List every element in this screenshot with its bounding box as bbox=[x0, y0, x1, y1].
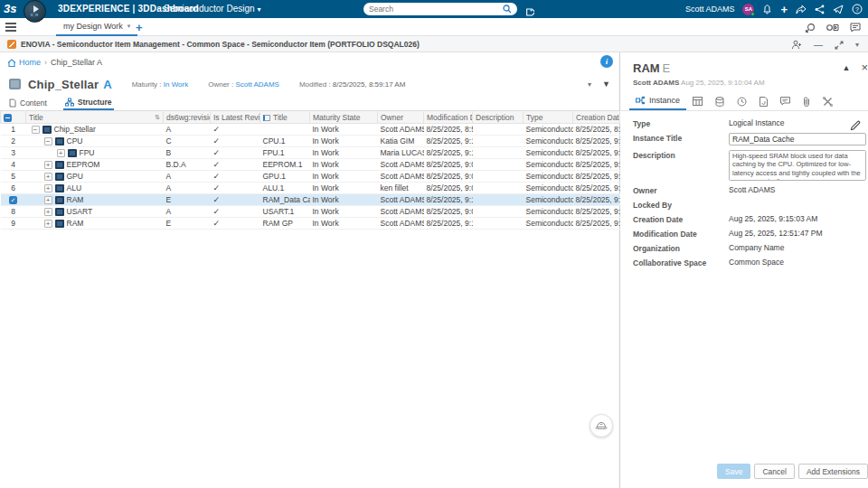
tag-icon[interactable] bbox=[524, 4, 534, 20]
tab-database[interactable] bbox=[709, 92, 731, 110]
tab-structure[interactable]: Structure bbox=[63, 96, 114, 110]
help-icon[interactable]: ? bbox=[852, 4, 863, 14]
sort-icon[interactable]: ⇅ bbox=[155, 114, 160, 121]
dashboard-tab[interactable]: my Design Work ▾ bbox=[56, 18, 137, 36]
row-title-cell[interactable]: − CPU bbox=[26, 136, 164, 147]
row-number[interactable]: 5 bbox=[1, 171, 26, 183]
owner-cell[interactable]: Scott ADAMS bbox=[378, 194, 424, 206]
tab-properties-grid[interactable] bbox=[686, 92, 709, 110]
owner-cell[interactable]: Maria LUCAS bbox=[378, 147, 424, 159]
search-back-icon[interactable] bbox=[805, 19, 816, 35]
owner-cell[interactable]: ken fillet bbox=[378, 183, 424, 194]
column-maturity[interactable]: Maturity State bbox=[310, 111, 378, 124]
owner-cell[interactable]: Scott ADAMS bbox=[378, 218, 424, 230]
select-all-checkbox[interactable] bbox=[1, 111, 26, 124]
send-plane-icon[interactable] bbox=[833, 5, 844, 14]
row-title-cell[interactable]: + RAM bbox=[26, 218, 164, 230]
expander-toggle[interactable]: + bbox=[44, 184, 52, 192]
fullscreen-icon[interactable] bbox=[835, 36, 844, 52]
column-title[interactable]: Title⇅ bbox=[26, 111, 164, 124]
column-mod-date[interactable]: Modification Date bbox=[424, 111, 473, 124]
chevron-down-icon[interactable]: ▾ bbox=[855, 41, 859, 49]
info-icon[interactable]: i bbox=[600, 55, 613, 68]
column-creation-date[interactable]: Creation Date bbox=[573, 111, 620, 124]
avatar[interactable]: SA bbox=[742, 4, 754, 15]
row-title-cell[interactable]: + EEPROM bbox=[26, 159, 164, 171]
save-button[interactable]: Save bbox=[717, 464, 750, 479]
row-number[interactable]: 3 bbox=[1, 147, 26, 159]
description-textarea[interactable]: High-speed SRAM block used for data cach… bbox=[729, 150, 866, 181]
comments-icon[interactable] bbox=[850, 19, 861, 35]
row-number[interactable]: 2 bbox=[1, 136, 26, 147]
row-number[interactable]: 4 bbox=[1, 159, 26, 171]
table-row[interactable]: 2 − CPU C ✓ CPU.1 In Work Katia GIM 8/25… bbox=[1, 136, 620, 147]
instance-title-input[interactable] bbox=[729, 133, 866, 145]
row-number[interactable]: ✓ bbox=[1, 194, 26, 206]
table-row[interactable]: 5 + GPU A ✓ GPU.1 In Work Scott ADAMS 8/… bbox=[1, 171, 620, 183]
minimize-icon[interactable]: — bbox=[814, 40, 823, 50]
collaborate-share-icon[interactable] bbox=[815, 5, 825, 14]
assistant-button[interactable] bbox=[590, 414, 613, 437]
column-instance-title[interactable]: Title bbox=[260, 111, 310, 124]
column-revision[interactable]: ds6wg:revision bbox=[164, 111, 211, 124]
search-icon[interactable] bbox=[503, 5, 512, 14]
owner-cell[interactable]: Katia GIM bbox=[378, 136, 424, 147]
tab-attachments[interactable] bbox=[797, 92, 816, 110]
breadcrumb-home[interactable]: Home bbox=[7, 58, 41, 67]
column-owner[interactable]: Owner bbox=[378, 111, 424, 124]
chevron-down-icon[interactable]: ▾ bbox=[127, 23, 131, 30]
tab-content[interactable]: Content bbox=[7, 96, 49, 110]
expander-toggle[interactable]: − bbox=[44, 137, 52, 145]
owner-cell[interactable]: Scott ADAMS bbox=[378, 171, 424, 183]
table-row[interactable]: 3 + FPU B ✓ FPU.1 In Work Maria LUCAS 8/… bbox=[1, 147, 620, 159]
collapse-panel-icon[interactable]: ▲ bbox=[842, 63, 850, 72]
cancel-button[interactable]: Cancel bbox=[754, 464, 794, 479]
chevron-down-icon[interactable]: ▾ bbox=[588, 80, 591, 89]
filter-icon[interactable]: ▼ bbox=[602, 80, 610, 89]
table-row[interactable]: 6 + ALU A ✓ ALU.1 In Work ken fillet 8/2… bbox=[1, 183, 620, 194]
row-number[interactable]: 8 bbox=[1, 206, 26, 218]
hamburger-menu-icon[interactable] bbox=[5, 23, 16, 33]
row-title-cell[interactable]: + RAM bbox=[26, 194, 164, 206]
search-input[interactable] bbox=[369, 5, 503, 14]
media-play-icon[interactable] bbox=[826, 19, 839, 35]
table-row[interactable]: 4 + EEPROM B.D.A ✓ EEPROM.1 In Work Scot… bbox=[1, 159, 620, 171]
tab-history[interactable] bbox=[731, 92, 753, 110]
owner-cell[interactable]: Scott ADAMS bbox=[378, 124, 424, 136]
expander-toggle[interactable]: − bbox=[32, 126, 40, 134]
add-tab-button[interactable]: + bbox=[136, 21, 143, 34]
row-title-cell[interactable]: − Chip_Stellar bbox=[26, 124, 164, 136]
row-number[interactable]: 1 bbox=[1, 124, 26, 136]
close-panel-icon[interactable]: × bbox=[861, 61, 868, 73]
table-row[interactable]: 1 − Chip_Stellar A ✓ In Work Scott ADAMS… bbox=[1, 124, 620, 136]
notifications-bell-icon[interactable] bbox=[762, 5, 772, 14]
row-title-cell[interactable]: + FPU bbox=[26, 147, 164, 159]
column-description[interactable]: Description bbox=[473, 111, 524, 124]
edit-pencil-icon[interactable] bbox=[850, 117, 861, 133]
table-row[interactable]: 8 + USART A ✓ USART.1 In Work Scott ADAM… bbox=[1, 206, 620, 218]
row-number[interactable]: 9 bbox=[1, 218, 26, 230]
global-search[interactable] bbox=[363, 3, 517, 15]
table-row[interactable]: ✓ + RAM E ✓ RAM_Data Cache In Work Scott… bbox=[1, 194, 620, 206]
owner-cell[interactable]: Scott ADAMS bbox=[378, 206, 424, 218]
expander-toggle[interactable]: + bbox=[57, 149, 65, 157]
column-type[interactable]: Type bbox=[524, 111, 573, 124]
tab-tools[interactable] bbox=[816, 92, 839, 110]
expander-toggle[interactable]: + bbox=[44, 173, 52, 181]
assign-user-icon[interactable] bbox=[791, 36, 802, 52]
row-title-cell[interactable]: + USART bbox=[26, 206, 164, 218]
expander-toggle[interactable]: + bbox=[44, 208, 52, 216]
tab-documents[interactable] bbox=[753, 92, 774, 110]
table-row[interactable]: 9 + RAM E ✓ RAM GP In Work Scott ADAMS 8… bbox=[1, 218, 620, 230]
column-is-latest[interactable]: Is Latest Revi... bbox=[211, 111, 260, 124]
owner-value[interactable]: Scott ADAMS bbox=[235, 80, 278, 89]
tab-comments[interactable] bbox=[774, 92, 797, 110]
share-arrow-icon[interactable] bbox=[796, 5, 807, 14]
expander-toggle[interactable]: + bbox=[44, 220, 52, 228]
row-title-cell[interactable]: + ALU bbox=[26, 183, 164, 194]
tab-instance[interactable]: Instance bbox=[629, 92, 686, 110]
owner-cell[interactable]: Scott ADAMS bbox=[378, 159, 424, 171]
expander-toggle[interactable]: + bbox=[44, 161, 52, 169]
row-number[interactable]: 6 bbox=[1, 183, 26, 194]
compass-icon[interactable]: V,R bbox=[24, 0, 46, 23]
